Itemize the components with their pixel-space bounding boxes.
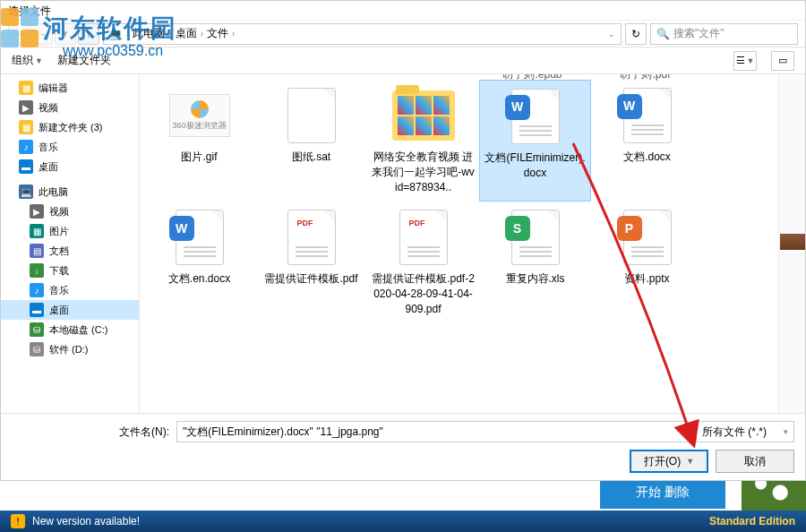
breadcrumb-part[interactable]: 文件 (207, 26, 228, 41)
file-thumbnail: P (615, 209, 680, 266)
tree-item-label: 文档 (49, 245, 69, 258)
file-item[interactable]: W文档(FILEminimizer).docx (479, 80, 591, 202)
file-thumbnail: W (167, 209, 232, 266)
file-list[interactable]: 叻子则.epub 叻子则.pdf 360极速浏览器图片.gif图纸.sat网络安… (140, 74, 778, 413)
file-type-filter[interactable]: 所有文件 (*.*) (696, 421, 794, 442)
file-thumbnail: PDF (391, 209, 456, 266)
tree-item[interactable]: ▦图片 (1, 221, 139, 241)
disk-icon: ⛁ (30, 342, 44, 356)
tree-item-label: 桌面 (39, 160, 58, 174)
file-item[interactable]: W文档.en.docx (143, 202, 255, 323)
disk-green-icon: ⛁ (30, 322, 44, 337)
nav-back-button[interactable]: ← (8, 23, 30, 45)
preview-pane (778, 74, 805, 413)
file-thumbnail: 360极速浏览器 (167, 87, 232, 144)
edition-label: Standard Edition (709, 515, 795, 528)
tree-item[interactable]: ♪音乐 (1, 137, 139, 157)
doc-icon: ▤ (30, 244, 44, 258)
file-item[interactable]: P资料.pptx (591, 202, 703, 323)
music-icon: ♪ (19, 140, 33, 154)
tree-item[interactable]: ♪音乐 (1, 280, 139, 300)
tree-item-label: 下载 (49, 264, 69, 278)
folder-tree: ▦编辑器▶视频▦新建文件夹 (3)♪音乐▬桌面💻此电脑▶视频▦图片▤文档↓下载♪… (1, 74, 140, 413)
preview-thumbnail (780, 234, 805, 250)
tree-item-label: 新建文件夹 (3) (39, 121, 103, 134)
file-name-label: 资料.pptx (624, 271, 669, 287)
file-thumbnail: PDF (279, 209, 344, 266)
file-item[interactable]: PDF需提供证件模板.pdf (255, 202, 367, 323)
file-name-label: 文档(FILEminimizer).docx (484, 150, 587, 181)
start-delete-button[interactable]: 开始 删除 (600, 476, 725, 509)
music-icon: ♪ (30, 283, 44, 297)
breadcrumb[interactable]: 💻 › 此电脑 › 桌面 › 文件 › ⌄ (103, 23, 622, 45)
file-name-label: 重复内容.xls (506, 271, 565, 287)
folder-icon: ▦ (19, 81, 33, 95)
tree-item-label: 视频 (49, 205, 69, 219)
video-icon: ▶ (30, 204, 44, 219)
tree-item[interactable]: 💻此电脑 (1, 182, 139, 202)
tree-item-label: 音乐 (49, 284, 69, 297)
pc-icon: 💻 (19, 184, 33, 199)
file-item[interactable]: 360极速浏览器图片.gif (143, 80, 255, 202)
file-open-dialog: 选择文件 ← → ▾ ↑ 💻 › 此电脑 › 桌面 › 文件 › ⌄ ↻ 🔍 搜… (0, 0, 806, 481)
tree-item[interactable]: ▦新建文件夹 (3) (1, 117, 139, 137)
file-name-label: 需提供证件模板.pdf-2020-04-28-09-41-04-909.pdf (371, 271, 476, 316)
file-thumbnail (391, 87, 456, 144)
tree-item-label: 视频 (39, 101, 58, 115)
file-thumbnail (279, 87, 344, 144)
pic-icon: ▦ (30, 224, 44, 238)
folder-icon: ▦ (19, 120, 33, 134)
breadcrumb-part[interactable]: 此电脑 (133, 26, 165, 41)
status-bar: ! New version available! Standard Editio… (0, 511, 806, 532)
pc-icon: 💻 (109, 28, 123, 40)
nav-up-button[interactable]: ↑ (78, 23, 99, 45)
desktop-icon: ▬ (30, 303, 44, 317)
tree-item[interactable]: ▬桌面 (1, 157, 139, 176)
file-item[interactable]: 图纸.sat (255, 80, 367, 202)
preview-pane-button[interactable]: ▭ (771, 51, 794, 71)
tree-item-label: 此电脑 (39, 185, 68, 199)
tree-item-label: 软件 (D:) (49, 343, 88, 356)
tree-item[interactable]: ▤文档 (1, 241, 139, 261)
dialog-title: 选择文件 (1, 1, 805, 21)
file-item[interactable]: PDF需提供证件模板.pdf-2020-04-28-09-41-04-909.p… (367, 202, 479, 323)
view-mode-button[interactable]: ☰▼ (733, 51, 757, 71)
file-thumbnail: W (503, 88, 568, 145)
warning-icon: ! (11, 514, 25, 528)
file-name-label: 文档.docx (623, 150, 671, 165)
tree-item[interactable]: ▦编辑器 (1, 78, 139, 98)
tree-item[interactable]: ▶视频 (1, 98, 139, 117)
filename-label: 文件名(N): (119, 425, 169, 440)
breadcrumb-dropdown-icon[interactable]: ⌄ (608, 30, 615, 39)
open-button[interactable]: 打开(O)▼ (630, 450, 708, 473)
file-item[interactable]: 网络安全教育视频 进来我们一起学习吧-wvid=878934.. (367, 80, 479, 202)
video-icon: ▶ (19, 100, 33, 115)
file-name-label: 需提供证件模板.pdf (264, 271, 357, 287)
tree-item-label: 桌面 (49, 304, 69, 317)
new-folder-button[interactable]: 新建文件夹 (57, 53, 111, 68)
tree-item[interactable]: ↓下载 (1, 261, 139, 280)
down-icon: ↓ (30, 263, 44, 278)
file-name-label: 网络安全教育视频 进来我们一起学习吧-wvid=878934.. (371, 150, 476, 194)
breadcrumb-part[interactable]: 桌面 (176, 26, 197, 41)
file-item[interactable]: S重复内容.xls (479, 202, 591, 323)
refresh-button[interactable]: ↻ (625, 23, 647, 45)
file-item[interactable]: W文档.docx (591, 80, 703, 202)
organize-menu[interactable]: 组织▼ (12, 53, 43, 68)
search-icon: 🔍 (656, 28, 670, 40)
filename-input[interactable] (176, 421, 689, 442)
search-input[interactable]: 🔍 搜索"文件" (650, 23, 798, 45)
tree-item-label: 编辑器 (39, 82, 68, 95)
tree-item[interactable]: ⛁软件 (D:) (1, 339, 139, 359)
nav-recent-dropdown[interactable]: ▾ (55, 23, 76, 45)
file-name-label: 文档.en.docx (168, 271, 230, 287)
nav-forward-button[interactable]: → (31, 23, 53, 45)
tree-item[interactable]: ▬桌面 (1, 300, 139, 320)
desktop-icon: ▬ (19, 159, 33, 174)
tree-item-label: 本地磁盘 (C:) (49, 323, 107, 337)
file-name-label: 图片.gif (181, 150, 217, 165)
tree-item[interactable]: ▶视频 (1, 202, 139, 221)
tree-item[interactable]: ⛁本地磁盘 (C:) (1, 320, 139, 339)
status-message: New version available! (32, 515, 140, 528)
cancel-button[interactable]: 取消 (716, 450, 794, 473)
